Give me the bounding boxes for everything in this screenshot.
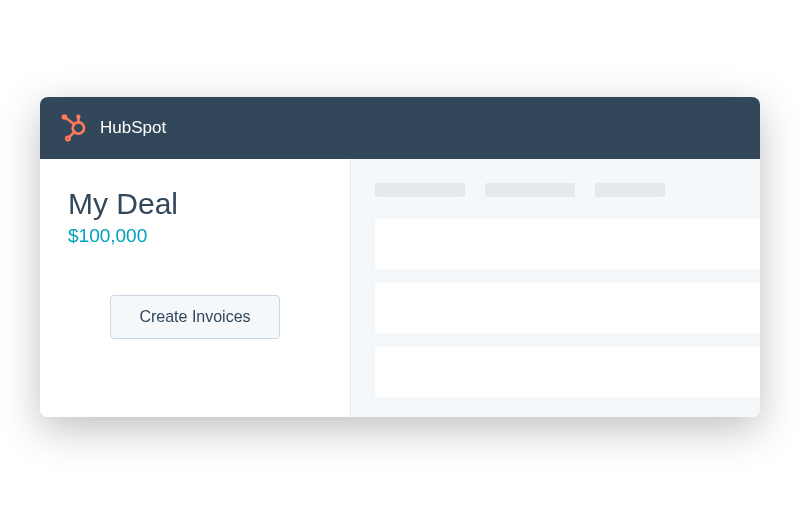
card-placeholder	[375, 283, 760, 333]
app-window: HubSpot My Deal $100,000 Create Invoices	[40, 97, 760, 417]
tab-placeholder	[375, 183, 465, 197]
hubspot-icon	[60, 114, 88, 142]
create-invoices-button[interactable]: Create Invoices	[110, 295, 279, 339]
brand-name: HubSpot	[100, 118, 166, 138]
content-area: My Deal $100,000 Create Invoices	[40, 159, 760, 417]
svg-point-2	[76, 114, 80, 118]
card-placeholder	[375, 219, 760, 269]
deal-title: My Deal	[68, 187, 322, 221]
deal-panel: My Deal $100,000 Create Invoices	[40, 159, 350, 417]
tab-bar	[375, 183, 760, 197]
card-placeholder	[375, 347, 760, 397]
tab-placeholder	[485, 183, 575, 197]
detail-panel	[350, 159, 760, 417]
brand-logo: HubSpot	[60, 114, 166, 142]
card-list	[375, 219, 760, 397]
app-header: HubSpot	[40, 97, 760, 159]
svg-point-4	[62, 114, 68, 120]
deal-amount: $100,000	[68, 225, 322, 247]
tab-placeholder	[595, 183, 665, 197]
